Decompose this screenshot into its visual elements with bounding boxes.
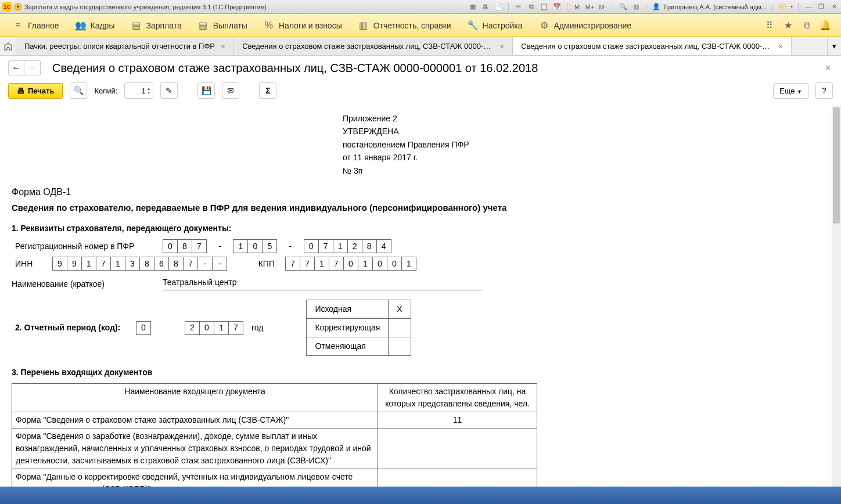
window-title: Зарплата и кадры государственного учрежд… <box>24 3 267 10</box>
tb-grid-icon[interactable]: ▦ <box>468 2 477 12</box>
menu-kadry[interactable]: 👥Кадры <box>67 17 123 34</box>
menu-settings[interactable]: 🔧Настройка <box>459 17 531 34</box>
tab-3[interactable]: Сведения о страховом стаже застрахованны… <box>513 37 792 55</box>
window-restore-button[interactable]: ❐ <box>817 2 826 12</box>
period-label: 2. Отчетный период (код): <box>12 322 128 334</box>
save-button[interactable]: 💾 <box>197 82 215 99</box>
app-logo-icon: 1C <box>2 2 12 12</box>
copies-label: Копий: <box>94 87 117 95</box>
sum-button[interactable]: Σ <box>259 82 276 99</box>
tb-mplus-icon[interactable]: M+ <box>585 2 595 12</box>
menu-otchet[interactable]: ▥Отчетность, справки <box>350 17 459 34</box>
history-icon[interactable]: ⧉ <box>802 20 812 31</box>
tb-info-dropdown-icon[interactable]: ▾ <box>790 4 793 9</box>
tb-calendar-icon[interactable]: 📅 <box>552 2 562 12</box>
inn-cells: 9 9 1 7 1 3 8 6 8 7 - - <box>52 257 227 271</box>
document-scroll-area[interactable]: Приложение 2 УТВЕРЖДЕНА постановлением П… <box>0 106 841 487</box>
scrollbar-thumb[interactable] <box>833 107 840 224</box>
percent-icon: % <box>264 20 274 31</box>
tab-2[interactable]: Сведения о страховом стаже застрахованны… <box>234 37 513 55</box>
print-label: Печать <box>28 87 54 95</box>
window-close-button[interactable]: ✕ <box>829 2 839 12</box>
more-button[interactable]: Еще ▼ <box>773 83 808 99</box>
kpp-cell: 1 <box>314 257 329 271</box>
year-cell: 2 <box>185 321 200 335</box>
inn-cell: 7 <box>183 257 198 271</box>
menu-otchet-label: Отчетность, справки <box>373 21 451 30</box>
bell-icon[interactable]: 🔔 <box>820 20 831 31</box>
type-cancelling-label: Отменяющая <box>307 337 389 356</box>
reg-number-label: Регистрационный номер в ПФР <box>12 240 157 253</box>
payroll-icon: ▤ <box>131 20 141 31</box>
tb-print-icon[interactable]: 🖶 <box>481 2 490 12</box>
os-taskbar[interactable] <box>0 487 841 504</box>
reg-cell: 1 <box>233 239 248 253</box>
window-titlebar: 1C ▾ Зарплата и кадры государственного у… <box>0 0 841 14</box>
payments-icon: ▤ <box>198 20 209 31</box>
star-icon[interactable]: ★ <box>783 20 793 31</box>
apps-grid-icon[interactable]: ⠿ <box>764 20 775 31</box>
section-1-title: 1. Реквизиты страхователя, передающего д… <box>12 222 829 235</box>
menu-main-label: Главное <box>28 21 59 30</box>
inn-cell: 3 <box>125 257 140 271</box>
menu-vyplaty-label: Выплаты <box>213 21 247 30</box>
tab-2-close[interactable]: × <box>499 42 504 51</box>
page-close-button[interactable]: × <box>823 60 833 75</box>
help-button[interactable]: ? <box>815 82 833 99</box>
menu-admin-label: Администрирование <box>554 21 632 30</box>
inn-label: ИНН <box>12 258 46 270</box>
reg-cell: 2 <box>347 239 362 253</box>
copies-input[interactable]: 1 ▲▼ <box>124 82 153 99</box>
period-code-cell: 0 <box>136 321 151 335</box>
preview-button[interactable]: 🔍 <box>70 82 87 99</box>
reg-cell: 7 <box>318 239 333 253</box>
tb-mminus-icon[interactable]: M- <box>598 2 608 12</box>
tb-doc-icon[interactable]: 📄 <box>494 2 503 12</box>
more-label: Еще <box>779 87 795 95</box>
nav-forward-button[interactable]: → <box>24 60 41 75</box>
approval-line-2: УТВЕРЖДЕНА <box>343 125 829 138</box>
tb-paste-icon[interactable]: 📋 <box>540 2 549 12</box>
tab-1[interactable]: Пачки, реестры, описи квартальной отчетн… <box>16 37 234 55</box>
kpp-cell: 7 <box>300 257 315 271</box>
tb-panel-icon[interactable]: ▥ <box>631 2 641 12</box>
tab-home[interactable] <box>0 37 16 55</box>
kpp-cells: 7 7 1 7 0 1 0 0 1 <box>285 257 416 271</box>
inn-cell: 8 <box>139 257 154 271</box>
table-cell-name: Форма "Сведения о страховом стаже застра… <box>12 412 378 429</box>
tb-copy-icon[interactable]: ⧉ <box>527 2 536 12</box>
scrollbar-track[interactable] <box>832 106 841 487</box>
printer-icon: 🖶 <box>17 87 24 95</box>
table-cell-count <box>378 429 537 469</box>
mail-button[interactable]: ✉ <box>222 82 239 99</box>
incoming-docs-table: Наименование входящего документа Количес… <box>12 383 537 487</box>
gear-icon: ⚙ <box>539 20 549 31</box>
print-button[interactable]: 🖶 Печать <box>8 83 63 99</box>
menu-admin[interactable]: ⚙Администрирование <box>531 17 640 34</box>
kpp-cell: 7 <box>285 257 300 271</box>
nav-back-button[interactable]: ← <box>8 60 24 75</box>
wrench-icon: 🔧 <box>468 20 478 31</box>
inn-cell: 7 <box>96 257 111 271</box>
menu-zarplata[interactable]: ▤Зарплата <box>123 17 189 34</box>
approval-block: Приложение 2 УТВЕРЖДЕНА постановлением П… <box>343 112 829 177</box>
tb-info-icon[interactable]: ⓘ <box>778 2 787 12</box>
tabs-overflow[interactable]: ▾ <box>827 37 841 55</box>
menu-vyplaty[interactable]: ▤Выплаты <box>190 17 256 34</box>
tab-1-close[interactable]: × <box>221 42 225 51</box>
year-cell: 7 <box>228 321 243 335</box>
window-minimize-button[interactable]: — <box>804 2 813 12</box>
tb-cut-icon[interactable]: ✂ <box>514 2 523 12</box>
home-icon <box>3 42 13 51</box>
tb-zoom-icon[interactable]: 🔍 <box>619 2 628 12</box>
tab-3-close[interactable]: × <box>778 42 783 51</box>
form-name: Форма ОДВ-1 <box>12 185 829 199</box>
app-menu-dropdown-icon[interactable]: ▾ <box>14 3 22 11</box>
menu-hamburger[interactable]: ≡Главное <box>5 17 67 34</box>
inn-cell: 9 <box>67 257 82 271</box>
edit-button[interactable]: ✎ <box>160 82 178 99</box>
menu-nalogi[interactable]: %Налоги и взносы <box>256 17 350 34</box>
reg-cell: 0 <box>163 239 178 253</box>
copies-spinner-icon[interactable]: ▲▼ <box>146 87 150 95</box>
tb-m-icon[interactable]: M <box>573 2 582 12</box>
